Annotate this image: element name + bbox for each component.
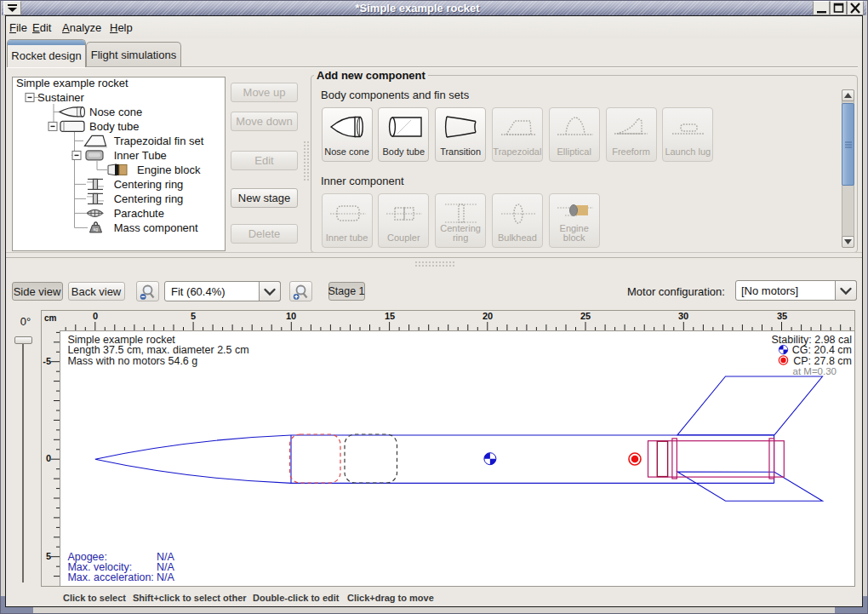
svg-text:kg: kg — [94, 227, 99, 232]
